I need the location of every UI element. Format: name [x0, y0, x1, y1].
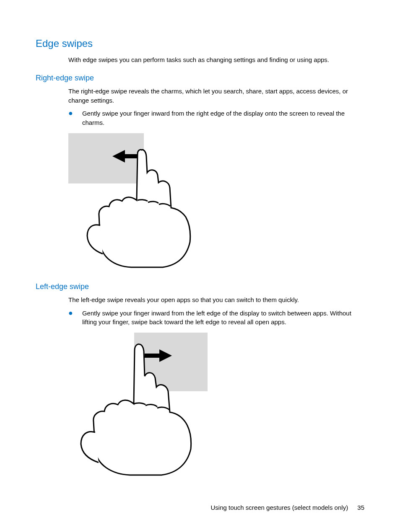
- left-edge-swipe-illustration: [78, 333, 364, 481]
- page-number: 35: [357, 504, 364, 511]
- subsection-title-right-edge: Right-edge swipe: [36, 74, 364, 83]
- left-edge-bullet: ● Gently swipe your finger inward from t…: [68, 309, 364, 327]
- right-edge-paragraph: The right-edge swipe reveals the charms,…: [68, 87, 364, 105]
- left-edge-bullet-text: Gently swipe your finger inward from the…: [82, 309, 364, 327]
- intro-paragraph: With edge swipes you can perform tasks s…: [68, 55, 364, 65]
- right-edge-bullet: ● Gently swipe your finger inward from t…: [68, 109, 364, 127]
- page-heading: Edge swipes: [36, 38, 364, 49]
- footer-text: Using touch screen gestures (select mode…: [210, 504, 348, 511]
- bullet-icon: ●: [68, 109, 73, 118]
- page-footer: Using touch screen gestures (select mode…: [210, 504, 364, 511]
- right-edge-swipe-illustration: [68, 133, 364, 273]
- subsection-title-left-edge: Left-edge swipe: [36, 282, 364, 291]
- right-edge-bullet-text: Gently swipe your finger inward from the…: [82, 109, 364, 127]
- left-edge-paragraph: The left-edge swipe reveals your open ap…: [68, 295, 364, 305]
- bullet-icon: ●: [68, 309, 73, 318]
- document-page: Edge swipes With edge swipes you can per…: [0, 0, 400, 532]
